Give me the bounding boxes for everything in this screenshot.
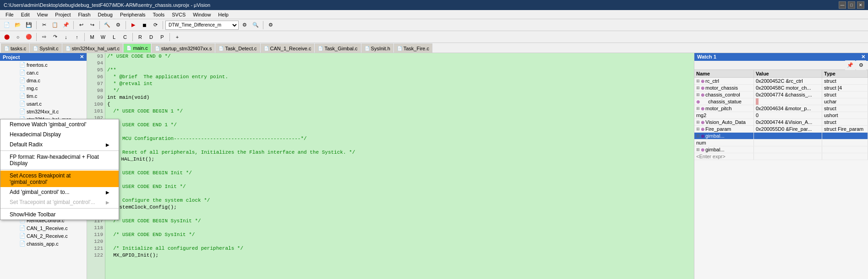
save-btn[interactable]: 💾 bbox=[24, 20, 34, 30]
watch-input[interactable] bbox=[696, 154, 752, 159]
debug-start[interactable]: ▶ bbox=[128, 20, 138, 30]
watch-row[interactable]: rng2 0 ushort bbox=[694, 112, 868, 119]
step-over[interactable]: ↷ bbox=[50, 32, 60, 42]
sidebar-item[interactable]: 📄can.c bbox=[0, 69, 87, 76]
watch-row[interactable]: ⊞⊕rc_ctrl 0x2000452C &rc_ctrl struct bbox=[694, 78, 868, 85]
watch-row[interactable]: ⊞⊕Vision_Auto_Data 0x20004744 &Vision_A.… bbox=[694, 119, 868, 126]
maximize-button[interactable]: □ bbox=[848, 1, 855, 9]
menu-item-edit[interactable]: Edit bbox=[17, 11, 33, 18]
menu-item-window[interactable]: Window bbox=[189, 11, 214, 18]
context-menu-item[interactable]: Hexadecimal Display bbox=[0, 129, 119, 140]
cut-btn[interactable]: ✂ bbox=[39, 20, 49, 30]
menu-item-svcs[interactable]: SVCS bbox=[168, 11, 189, 18]
debug-reset[interactable]: ⟳ bbox=[150, 20, 160, 30]
sidebar-item[interactable]: 📄freertos.c bbox=[0, 61, 87, 69]
copy-btn[interactable]: 📋 bbox=[50, 20, 60, 30]
sidebar-item[interactable]: 📄stm32f4xx_it.c bbox=[0, 107, 87, 115]
tab-Task_Gimbal-c[interactable]: 📄Task_Gimbal.c bbox=[315, 43, 360, 53]
code-comment: /* USER CODE BEGIN SysInit */ bbox=[107, 218, 201, 225]
context-menu-item[interactable]: Show/Hide Toolbar bbox=[0, 209, 119, 220]
bp-toggle[interactable]: ⬤ bbox=[2, 32, 12, 42]
sidebar-item[interactable]: 📄dma.c bbox=[0, 76, 87, 84]
settings-btn[interactable]: ⚙ bbox=[266, 20, 276, 30]
close-button[interactable]: ✕ bbox=[857, 1, 864, 9]
watch-row[interactable]: ⊕chassis_statue uchar bbox=[694, 98, 868, 105]
watch-row[interactable]: ⊞⊕chassis_control 0x20004774 &chassis_..… bbox=[694, 91, 868, 98]
watch-row[interactable]: ⊞⊕gimbal... bbox=[694, 146, 868, 153]
minimize-button[interactable]: — bbox=[839, 1, 846, 9]
menu-item-view[interactable]: View bbox=[33, 11, 52, 18]
undo-btn[interactable]: ↩ bbox=[76, 20, 86, 30]
locals-btn[interactable]: L bbox=[109, 32, 119, 42]
menu-item-peripherals[interactable]: Peripherals bbox=[116, 11, 149, 18]
bp-disable[interactable]: ○ bbox=[13, 32, 23, 42]
title-bar: C:\Users\admin\Desktop\debug\debug_testF… bbox=[0, 0, 868, 10]
code-line: /* USER CODE END Init */ bbox=[107, 183, 694, 190]
tab-CAN_1_Receive-c[interactable]: 📄CAN_1_Receive.c bbox=[261, 43, 315, 53]
watch-close[interactable]: ✕ bbox=[861, 54, 865, 60]
context-menu-item[interactable]: Remove Watch 'gimbal_control' bbox=[0, 119, 119, 129]
menu-item-project[interactable]: Project bbox=[51, 11, 74, 18]
watch-cell-name: ⊞⊕rc_ctrl bbox=[694, 78, 754, 84]
search-btn[interactable]: 🔍 bbox=[251, 20, 261, 30]
sidebar-item[interactable]: 📄tim.c bbox=[0, 92, 87, 100]
tab-SysInit-c[interactable]: 📄SysInit.c bbox=[30, 43, 62, 53]
tab-main-c[interactable]: 📄main.c bbox=[123, 43, 151, 53]
extra-btn[interactable]: + bbox=[172, 32, 182, 42]
target-select[interactable]: DTW_Time_Difference_m bbox=[165, 21, 239, 30]
step-out[interactable]: ↑ bbox=[72, 32, 82, 42]
periph-btn[interactable]: P bbox=[157, 32, 167, 42]
watch-btn[interactable]: W bbox=[98, 32, 108, 42]
watch-name: Vision_Auto_Data bbox=[705, 119, 746, 125]
run-to-cursor[interactable]: ⇨ bbox=[39, 32, 49, 42]
disasm-btn[interactable]: D bbox=[146, 32, 156, 42]
bp-killall[interactable]: 🔴 bbox=[24, 32, 34, 42]
watch-settings[interactable]: ⚙ bbox=[856, 60, 866, 70]
new-btn[interactable]: 📄 bbox=[2, 20, 12, 30]
watch-row[interactable]: ⊞⊕motor_pitch 0x20004634 &motor_p... str… bbox=[694, 105, 868, 112]
registers-btn[interactable]: R bbox=[135, 32, 145, 42]
code-editor[interactable]: 9394959697989910010110210310410510610710… bbox=[87, 53, 694, 279]
watch-row[interactable]: ⊞⊕motor_chassis 0x2000458C motor_ch... s… bbox=[694, 85, 868, 91]
debug-stop[interactable]: ⏹ bbox=[139, 20, 149, 30]
sidebar-item[interactable]: 📄rng.c bbox=[0, 84, 87, 92]
paste-btn[interactable]: 📌 bbox=[61, 20, 71, 30]
watch-row[interactable] bbox=[694, 153, 868, 160]
code-lines[interactable]: /* USER CODE END 0 *//** * @brief The ap… bbox=[105, 53, 694, 279]
code-line: * @brief The application entry point. bbox=[107, 74, 694, 80]
watch-row[interactable]: num bbox=[694, 140, 868, 146]
context-menu-item[interactable]: Add 'gimbal_control' to...▶ bbox=[0, 187, 119, 197]
sidebar-item[interactable]: 📄usart.c bbox=[0, 100, 87, 107]
memory-btn[interactable]: M bbox=[87, 32, 97, 42]
sidebar-item[interactable]: 📄chassis_app.c bbox=[0, 240, 87, 247]
build-btn[interactable]: 🔨 bbox=[102, 20, 112, 30]
sidebar-item[interactable]: 📄CAN_2_Receive.c bbox=[0, 232, 87, 240]
redo-btn[interactable]: ↪ bbox=[87, 20, 97, 30]
watch-row[interactable]: ⊞⊕gimbal... bbox=[694, 133, 868, 140]
tab-Task_Fire-c[interactable]: 📄Task_Fire.c bbox=[394, 43, 432, 53]
context-menu-item[interactable]: Default Radix▶ bbox=[0, 140, 119, 150]
step-into[interactable]: ↓ bbox=[61, 32, 71, 42]
menu-item-flash[interactable]: Flash bbox=[75, 11, 94, 18]
watch-row[interactable]: ⊞⊕Fire_param 0x200055D0 &Fire_par... str… bbox=[694, 126, 868, 133]
tab-tasks-c[interactable]: 📄tasks.c bbox=[1, 43, 29, 53]
watch-cell-name: ⊞⊕Fire_param bbox=[694, 126, 754, 132]
watch-name: chassis_control bbox=[705, 92, 740, 97]
tab-stm32f4xx_hal_uart-c[interactable]: 📄stm32f4xx_hal_uart.c bbox=[62, 43, 123, 53]
sidebar-close[interactable]: ✕ bbox=[80, 54, 84, 60]
tab-startup_stm32f407xx-s[interactable]: 📄startup_stm32f407xx.s bbox=[152, 43, 215, 53]
open-btn[interactable]: 📂 bbox=[13, 20, 23, 30]
callstack-btn[interactable]: C bbox=[120, 32, 130, 42]
tab-SysInit-h[interactable]: 📄SysInit.h bbox=[361, 43, 393, 53]
tab-Task_Detect-c[interactable]: 📄Task_Detect.c bbox=[215, 43, 260, 53]
watch-pin[interactable]: 📌 bbox=[845, 60, 855, 70]
context-menu-item[interactable]: FP format: Raw-hexadecimal + Float Displ… bbox=[0, 152, 119, 168]
menu-item-help[interactable]: Help bbox=[214, 11, 232, 18]
rebuild-btn[interactable]: ⚙ bbox=[113, 20, 123, 30]
target-settings[interactable]: ⚙ bbox=[240, 20, 250, 30]
menu-item-tools[interactable]: Tools bbox=[149, 11, 169, 18]
menu-item-debug[interactable]: Debug bbox=[94, 11, 116, 18]
sidebar-item[interactable]: 📄CAN_1_Receive.c bbox=[0, 224, 87, 232]
context-menu-item[interactable]: Set Access Breakpoint at 'gimbal_control… bbox=[0, 171, 119, 187]
menu-item-file[interactable]: File bbox=[2, 11, 17, 18]
